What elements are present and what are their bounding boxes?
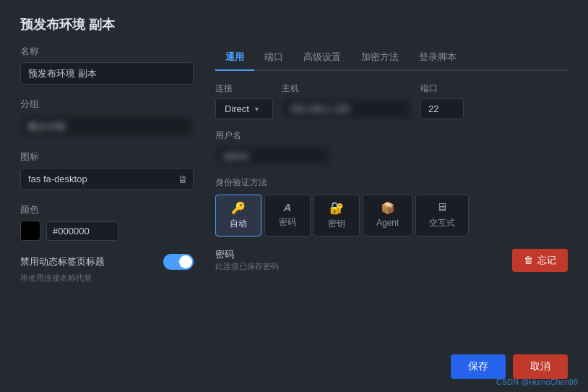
icon-field-group: 图标 🖥 [20, 150, 194, 190]
color-row [20, 221, 194, 241]
password-section: 密码 此连接已保存密码 🗑 忘记 [215, 248, 568, 272]
toggle-label: 禁用动态标签页标题 [20, 255, 105, 268]
icon-field-wrapper: 🖥 [20, 168, 194, 190]
toggle-switch[interactable] [163, 254, 194, 270]
direct-label: Direct [225, 103, 249, 114]
auth-label: 身份验证方法 [215, 176, 568, 189]
host-field: 主机 [282, 82, 412, 119]
tab-encryption[interactable]: 加密方法 [351, 45, 409, 71]
group-field-group: 分组 [20, 98, 194, 137]
tabs-row: 通用 端口 高级设置 加密方法 登录脚本 [215, 45, 568, 71]
auth-section: 身份验证方法 🔑 自动 A 密码 🔐 密钥 📦 [215, 176, 568, 248]
password-icon: A [284, 201, 292, 213]
tab-login-script[interactable]: 登录脚本 [409, 45, 467, 71]
port-input[interactable] [420, 98, 464, 119]
auth-tab-key[interactable]: 🔐 密钥 [314, 195, 360, 237]
auth-tab-agent-label: Agent [376, 218, 399, 228]
auth-tab-agent[interactable]: 📦 Agent [363, 195, 412, 237]
group-label: 分组 [20, 98, 194, 111]
toggle-sublabel: 将使用连接名称代替 [20, 273, 194, 284]
trash-icon: 🗑 [524, 255, 533, 265]
auth-tab-interactive[interactable]: 🖥 交互式 [415, 195, 469, 237]
tab-advanced[interactable]: 高级设置 [293, 45, 351, 71]
auto-icon: 🔑 [231, 201, 246, 215]
interactive-icon: 🖥 [436, 201, 448, 214]
password-sublabel: 此连接已保存密码 [215, 261, 279, 272]
toggle-row: 禁用动态标签页标题 将使用连接名称代替 [20, 254, 194, 284]
username-input[interactable] [215, 145, 331, 166]
watermark: CSDN @HumoChen99 [496, 378, 578, 386]
name-label: 名称 [20, 45, 194, 58]
auth-tab-password[interactable]: A 密码 [264, 195, 311, 237]
cancel-button[interactable]: 取消 [513, 354, 568, 379]
host-label: 主机 [282, 82, 412, 95]
name-input[interactable] [20, 62, 194, 85]
color-field-group: 颜色 [20, 203, 194, 241]
forget-label: 忘记 [537, 254, 556, 267]
auth-tab-interactive-label: 交互式 [429, 217, 455, 229]
color-label: 颜色 [20, 203, 194, 216]
auth-tab-key-label: 密钥 [328, 218, 345, 230]
chevron-down-icon: ▼ [254, 106, 260, 113]
connection-field: 连接 Direct ▼ [215, 82, 273, 119]
agent-icon: 📦 [381, 201, 395, 215]
icon-input[interactable] [20, 168, 194, 190]
port-field: 端口 [420, 82, 464, 119]
connection-row: 连接 Direct ▼ 主机 端口 [215, 82, 568, 119]
password-title: 密码 [215, 248, 279, 261]
name-field-group: 名称 [20, 45, 194, 85]
password-label-col: 密码 此连接已保存密码 [215, 248, 279, 272]
monitor-icon: 🖥 [178, 174, 188, 185]
username-label: 用户名 [215, 129, 568, 142]
left-panel: 名称 分组 图标 🖥 颜色 [20, 45, 194, 344]
key-icon: 🔐 [329, 201, 344, 215]
forget-button[interactable]: 🗑 忘记 [512, 249, 568, 272]
toggle-line: 禁用动态标签页标题 [20, 254, 194, 270]
port-label: 端口 [420, 82, 464, 95]
dialog-body: 名称 分组 图标 🖥 颜色 [0, 45, 588, 344]
dialog-title: 预发布环境 副本 [0, 0, 588, 45]
auth-tab-auto[interactable]: 🔑 自动 [215, 195, 261, 237]
connection-label: 连接 [215, 82, 273, 95]
icon-label: 图标 [20, 150, 194, 163]
right-panel: 通用 端口 高级设置 加密方法 登录脚本 连接 Direct ▼ 主机 [215, 45, 568, 344]
save-button[interactable]: 保存 [451, 354, 506, 379]
group-input[interactable] [20, 115, 194, 137]
username-row: 用户名 [215, 129, 568, 166]
dialog: 预发布环境 副本 名称 分组 图标 🖥 颜色 [0, 0, 588, 392]
auth-tab-auto-label: 自动 [230, 218, 247, 230]
password-row: 密码 此连接已保存密码 🗑 忘记 [215, 248, 568, 272]
toggle-knob [179, 255, 192, 268]
host-input[interactable] [282, 98, 412, 119]
tab-port[interactable]: 端口 [254, 45, 293, 71]
color-input[interactable] [46, 221, 118, 241]
tab-general[interactable]: 通用 [215, 45, 254, 71]
auth-tabs: 🔑 自动 A 密码 🔐 密钥 📦 Agent [215, 195, 568, 237]
direct-dropdown[interactable]: Direct ▼ [215, 98, 273, 119]
color-swatch[interactable] [20, 221, 40, 241]
auth-tab-password-label: 密码 [279, 216, 296, 229]
